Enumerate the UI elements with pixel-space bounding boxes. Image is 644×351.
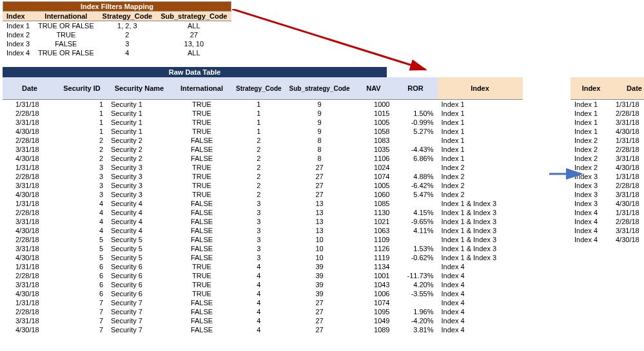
raw-cell-ssc: 39 bbox=[286, 289, 354, 298]
summary-row: Index 12/28/18443371.50% bbox=[571, 109, 644, 118]
raw-cell-nav: 1085 bbox=[354, 199, 394, 208]
raw-cell-name: Security 7 bbox=[107, 298, 171, 307]
raw-cell-ssc: 39 bbox=[286, 262, 354, 271]
raw-row: 3/31/187Security 7FALSE4271049-4.20%Inde… bbox=[3, 316, 523, 325]
filters-cell-sub: 27 bbox=[157, 30, 231, 39]
raw-cell-ror bbox=[394, 235, 438, 244]
raw-row: 2/28/181Security 1TRUE1910151.50%Index 1 bbox=[3, 109, 523, 118]
raw-cell-idx: Index 4 bbox=[438, 307, 523, 316]
raw-header-row: Date Security ID Security Name Internati… bbox=[3, 77, 523, 100]
raw-cell-ssc: 9 bbox=[286, 109, 354, 118]
raw-cell-nav: 1063 bbox=[354, 226, 394, 235]
summary-row: Index 43/31/1822092-0.01% bbox=[571, 226, 644, 235]
raw-cell-name: Security 4 bbox=[107, 208, 171, 217]
raw-cell-sid: 7 bbox=[57, 307, 107, 316]
raw-cell-sc: 3 bbox=[232, 217, 286, 226]
raw-cell-nav: 1049 bbox=[354, 316, 394, 325]
raw-row: 1/31/186Security 6TRUE4391134Index 4 bbox=[3, 262, 523, 271]
raw-cell-sid: 7 bbox=[57, 316, 107, 325]
raw-cell-sid: 3 bbox=[57, 190, 107, 199]
raw-cell-sid: 4 bbox=[57, 226, 107, 235]
summary-cell-index: Index 4 bbox=[571, 217, 612, 226]
raw-row: 2/28/184Security 4FALSE31311304.15%Index… bbox=[3, 208, 523, 217]
raw-cell-intl: FALSE bbox=[171, 208, 232, 217]
raw-cell-ssc: 27 bbox=[286, 181, 354, 190]
raw-cell-date: 4/30/18 bbox=[3, 226, 57, 235]
raw-cell-name: Security 5 bbox=[107, 235, 171, 244]
raw-cell-sc: 3 bbox=[232, 199, 286, 208]
raw-row: 3/31/186Security 6TRUE43910434.20%Index … bbox=[3, 280, 523, 289]
summary-cell-date: 4/30/18 bbox=[612, 163, 644, 172]
summary-cell-index: Index 3 bbox=[571, 181, 612, 190]
raw-cell-nav: 1074 bbox=[354, 172, 394, 181]
filters-row: Index 3FALSE313, 10 bbox=[3, 39, 231, 48]
summary-cell-date: 2/28/18 bbox=[612, 217, 644, 226]
summary-cell-date: 4/30/18 bbox=[612, 127, 644, 136]
raw-cell-nav: 1106 bbox=[354, 154, 394, 163]
raw-row: 3/31/185Security 5FALSE31011261.53%Index… bbox=[3, 244, 523, 253]
raw-cell-sc: 4 bbox=[232, 289, 286, 298]
raw-cell-name: Security 3 bbox=[107, 181, 171, 190]
raw-cell-sc: 1 bbox=[232, 100, 286, 109]
summary-cell-date: 3/31/18 bbox=[612, 190, 644, 199]
raw-cell-idx: Index 2 bbox=[438, 190, 523, 199]
raw-cell-ror: -11.73% bbox=[394, 271, 438, 280]
raw-cell-date: 1/31/18 bbox=[3, 262, 57, 271]
filters-cell-strat: 2 bbox=[98, 30, 156, 39]
raw-cell-idx: Index 1 & Index 3 bbox=[438, 253, 523, 262]
raw-cell-nav: 1006 bbox=[354, 289, 394, 298]
raw-cell-sid: 3 bbox=[57, 163, 107, 172]
filters-row: Index 4TRUE OR FALSE4ALL bbox=[3, 48, 231, 57]
raw-cell-ror: 4.11% bbox=[394, 226, 438, 235]
raw-hdr-name: Security Name bbox=[107, 77, 171, 100]
summary-cell-index: Index 1 bbox=[571, 109, 612, 118]
raw-cell-intl: TRUE bbox=[171, 172, 232, 181]
raw-cell-intl: TRUE bbox=[171, 118, 232, 127]
raw-cell-name: Security 7 bbox=[107, 325, 171, 334]
raw-cell-idx: Index 4 bbox=[438, 280, 523, 289]
raw-cell-name: Security 2 bbox=[107, 154, 171, 163]
filters-cell-strat: 3 bbox=[98, 39, 156, 48]
raw-cell-name: Security 4 bbox=[107, 217, 171, 226]
raw-cell-name: Security 1 bbox=[107, 127, 171, 136]
summary-cell-index: Index 1 bbox=[571, 118, 612, 127]
raw-cell-intl: FALSE bbox=[171, 154, 232, 163]
raw-cell-sc: 1 bbox=[232, 109, 286, 118]
raw-cell-ror bbox=[394, 100, 438, 109]
raw-cell-ror: -6.42% bbox=[394, 181, 438, 190]
raw-cell-idx: Index 1 bbox=[438, 154, 523, 163]
raw-row: 2/28/186Security 6TRUE4391001-11.73%Inde… bbox=[3, 271, 523, 280]
raw-cell-intl: TRUE bbox=[171, 109, 232, 118]
raw-cell-sid: 6 bbox=[57, 262, 107, 271]
raw-cell-ssc: 13 bbox=[286, 217, 354, 226]
summary-cell-index: Index 4 bbox=[571, 235, 612, 244]
raw-cell-intl: TRUE bbox=[171, 127, 232, 136]
raw-cell-ssc: 13 bbox=[286, 199, 354, 208]
raw-cell-idx: Index 4 bbox=[438, 262, 523, 271]
filters-cell-sub: 13, 10 bbox=[157, 39, 231, 48]
raw-cell-name: Security 1 bbox=[107, 100, 171, 109]
raw-cell-nav: 1015 bbox=[354, 109, 394, 118]
raw-cell-ror bbox=[394, 199, 438, 208]
summary-cell-date: 4/30/18 bbox=[612, 199, 644, 208]
raw-cell-intl: TRUE bbox=[171, 280, 232, 289]
raw-cell-ror: -4.20% bbox=[394, 316, 438, 325]
summary-cell-date: 1/31/18 bbox=[612, 172, 644, 181]
raw-cell-ssc: 27 bbox=[286, 325, 354, 334]
filters-hdr-sub: Sub_strategy_Code bbox=[157, 12, 231, 21]
filters-row: Index 2TRUE227 bbox=[3, 30, 231, 39]
raw-row: 4/30/185Security 5FALSE3101119-0.62%Inde… bbox=[3, 253, 523, 262]
raw-cell-intl: FALSE bbox=[171, 235, 232, 244]
raw-cell-ssc: 10 bbox=[286, 244, 354, 253]
raw-cell-sc: 2 bbox=[232, 136, 286, 145]
summary-row: Index 13/31/1844187-5.42% bbox=[571, 118, 644, 127]
raw-cell-sid: 6 bbox=[57, 280, 107, 289]
raw-cell-nav: 1089 bbox=[354, 325, 394, 334]
raw-cell-ssc: 27 bbox=[286, 298, 354, 307]
raw-cell-ror bbox=[394, 298, 438, 307]
raw-cell-ror: -4.43% bbox=[394, 145, 438, 154]
summary-cell-date: 3/31/18 bbox=[612, 226, 644, 235]
raw-cell-sid: 6 bbox=[57, 289, 107, 298]
raw-cell-ror: -0.62% bbox=[394, 253, 438, 262]
summary-row: Index 14/30/184434612.13% bbox=[571, 127, 644, 136]
